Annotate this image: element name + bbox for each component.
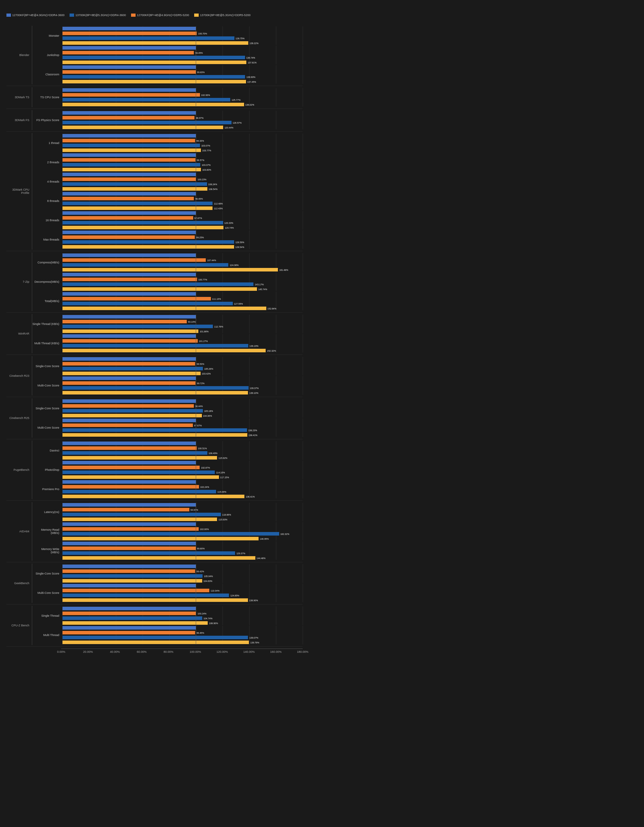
row-label: Max threads xyxy=(32,238,61,241)
group-rows: Latency(ns)94.97%118.66%115.93%Memory Re… xyxy=(32,502,303,561)
bar-row: 128.59% xyxy=(62,240,303,244)
bar-value-label: 114.10% xyxy=(215,471,225,473)
bar: 139.19% xyxy=(62,344,248,348)
group-rows: 1 thread99.33%103.07%103.77%2 threads99.… xyxy=(32,133,303,250)
bar-value-label: 101.86% xyxy=(199,330,209,332)
chart-group: PugetBenchDavinci100.51%108.49%115.92%Ph… xyxy=(6,439,303,501)
bar-value-label: 105.18% xyxy=(204,410,213,412)
bar-value-label: 118.66% xyxy=(221,513,231,516)
bar-value-label: 99.80% xyxy=(196,547,205,549)
bar-value-label: 107.44% xyxy=(206,259,216,261)
bars-wrapper: 101.27%139.19%152.32% xyxy=(62,334,303,353)
bar: 139.37% xyxy=(62,386,249,390)
chart-group: AIDA64Latency(ns)94.97%118.66%115.93%Mem… xyxy=(6,501,303,562)
bar: 99.42% xyxy=(62,570,195,573)
bar xyxy=(62,376,196,380)
bar-row: 102.87% xyxy=(62,465,303,470)
bar xyxy=(62,27,196,30)
row-label: Junkshop xyxy=(32,53,61,57)
bar-value-label: 146.95% xyxy=(259,537,269,540)
bar-row: 99.72% xyxy=(62,381,303,385)
bar-row: 100.70% xyxy=(62,31,303,36)
bar: 118.66% xyxy=(62,513,221,516)
bar: 162.32% xyxy=(62,532,279,535)
group-rows: Single Thread (KB/s)93.10%112.76%101.86%… xyxy=(32,314,303,353)
legend-color xyxy=(6,14,11,17)
bar-row: 99.42% xyxy=(62,569,303,573)
bar-row: 104.63% xyxy=(62,579,303,583)
bar: 128.54% xyxy=(62,245,234,249)
bar-row: 103.37% xyxy=(62,162,303,167)
chart-row: PhotoShop102.87%114.10%117.15% xyxy=(32,460,303,479)
row-label: 2 threads xyxy=(32,161,61,164)
row-label: Decompress(MB/s) xyxy=(32,280,61,283)
bar-value-label: 99.42% xyxy=(196,570,204,572)
bar-row: 103.77% xyxy=(62,148,303,152)
group-rows: Compress(MB/s)107.44%124.36%161.48%Decom… xyxy=(32,253,303,311)
bars-wrapper: 99.80%129.37%144.48% xyxy=(62,541,303,560)
bar-value-label: 136.74% xyxy=(246,56,255,59)
x-tick: 120.00% xyxy=(217,650,228,654)
bar-row: 127.55% xyxy=(62,301,303,306)
chart-group: Cinebench R23Single-Core Score99.53%105.… xyxy=(6,355,303,397)
bar-row: 126.57% xyxy=(62,120,303,125)
bar-row: 129.37% xyxy=(62,551,303,555)
bar xyxy=(62,522,196,526)
bar-value-label: 103.37% xyxy=(201,164,211,166)
chart-row: Compress(MB/s)107.44%124.36%161.48% xyxy=(32,253,303,272)
bar-row: 105.26% xyxy=(62,367,303,371)
bar-value-label: 97.87% xyxy=(194,217,202,219)
chart-row: Premiere Pro102.24%115.09%136.41% xyxy=(32,480,303,499)
bar-row: 136.02% xyxy=(62,102,303,107)
bar-value-label: 101.27% xyxy=(198,340,208,342)
bar-row: 136.41% xyxy=(62,494,303,499)
bar: 97.87% xyxy=(62,216,193,220)
bar: 102.00% xyxy=(62,527,199,531)
bars-wrapper: 98.45%136.74%137.81% xyxy=(62,46,303,64)
bar-row: 98.49% xyxy=(62,197,303,201)
bar-value-label: 98.49% xyxy=(195,197,203,200)
bar: 99.72% xyxy=(62,381,195,385)
row-label: Premiere Pro xyxy=(32,488,61,491)
bar xyxy=(62,461,196,464)
bar-value-label: 112.76% xyxy=(214,325,223,328)
bars-wrapper: 99.57%103.37%103.80% xyxy=(62,153,303,172)
bar-value-label: 161.48% xyxy=(279,268,288,271)
bar: 103.07% xyxy=(62,144,200,147)
chart-row: Decompress(MB/s)100.77%143.17%145.74% xyxy=(32,272,303,291)
chart-row: Multi-Core Score110.04%124.85%138.90% xyxy=(32,584,303,602)
group-rows: Single Thread100.24%104.74%108.90%Multi … xyxy=(32,606,303,645)
bar-row: 120.33% xyxy=(62,221,303,225)
bar-value-label: 152.32% xyxy=(266,350,276,352)
bar xyxy=(62,357,196,361)
bars-wrapper: 107.44%124.36%161.48% xyxy=(62,253,303,272)
legend-label: 12700KF(8P+4E@4.9GHz)+DDR4-3600 xyxy=(12,14,64,17)
bar-value-label: 104.63% xyxy=(203,580,212,582)
bar-row: 120.74% xyxy=(62,225,303,229)
bar-row: 99.83% xyxy=(62,70,303,74)
bar-row: 138.90% xyxy=(62,598,303,602)
bar: 128.75% xyxy=(62,36,234,40)
row-label: Single-Core Score xyxy=(32,365,61,368)
bar-row: 146.95% xyxy=(62,537,303,541)
bar: 103.80% xyxy=(62,168,201,171)
bar: 98.45% xyxy=(62,51,194,55)
bar: 152.32% xyxy=(62,349,266,352)
row-label: Classroom xyxy=(32,73,61,76)
bar xyxy=(62,442,196,445)
bar-row xyxy=(62,172,303,176)
row-label: FS Physics Score xyxy=(32,119,61,122)
bar-row xyxy=(62,315,303,319)
bar-value-label: 139.10% xyxy=(249,392,258,394)
bar-value-label: 127.55% xyxy=(234,303,243,305)
bar-value-label: 128.54% xyxy=(235,246,245,248)
chart-row: Max threads99.25%128.59%128.54% xyxy=(32,230,303,249)
x-tick: 80.00% xyxy=(164,650,173,654)
bar: 136.74% xyxy=(62,56,245,59)
bars-wrapper: 97.87%120.33%120.74% xyxy=(62,211,303,229)
bar: 100.77% xyxy=(62,278,197,281)
bar-row: 139.37% xyxy=(62,386,303,390)
chart-row: Single-Core Score99.42%105.04%104.63% xyxy=(32,564,303,583)
x-tick: 60.00% xyxy=(137,650,147,654)
bar-row: 98.44% xyxy=(62,404,303,408)
